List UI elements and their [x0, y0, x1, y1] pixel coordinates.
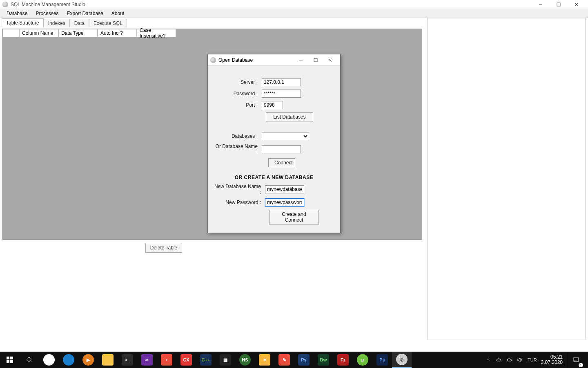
port-input[interactable]: [262, 101, 283, 109]
windows-logo-icon: [7, 357, 13, 363]
window-title: SQL Machine Management Studio: [11, 2, 85, 7]
taskbar-app-visual-studio-icon[interactable]: ∞: [137, 352, 157, 368]
chrome-icon: [43, 354, 55, 366]
taskbar-app-media-player-icon[interactable]: ▶: [78, 352, 98, 368]
col-header-case-insensitive[interactable]: Case Insensitive?: [137, 29, 176, 37]
app-tiles-icon: ▦: [220, 354, 231, 366]
minimize-icon: [539, 2, 543, 7]
server-label: Server :: [213, 79, 262, 85]
dialog-title: Open Database: [218, 57, 253, 63]
new-password-label: New Password :: [213, 200, 265, 205]
dialog-maximize-button[interactable]: [308, 54, 323, 66]
dialog-close-button[interactable]: [323, 54, 338, 66]
col-header-rownum[interactable]: [3, 29, 19, 37]
tab-execute-sql[interactable]: Execute SQL: [89, 19, 127, 27]
start-button[interactable]: [0, 352, 20, 368]
taskbar-app-explorer-icon[interactable]: [98, 352, 118, 368]
tray-cloud-icon[interactable]: [506, 357, 513, 363]
visual-studio-icon: ∞: [141, 354, 153, 366]
delete-table-button[interactable]: Delete Table: [145, 243, 182, 253]
cmd-icon: >_: [122, 354, 133, 366]
menu-processes[interactable]: Processes: [31, 9, 62, 18]
tray-chevron-up-icon[interactable]: [485, 357, 492, 363]
maximize-button[interactable]: [550, 0, 568, 9]
port-label: Port :: [213, 102, 262, 108]
taskbar-app-chrome-icon[interactable]: [39, 352, 59, 368]
minimize-button[interactable]: [532, 0, 550, 9]
search-icon: [26, 357, 33, 363]
edge-icon: [63, 354, 74, 366]
menu-database[interactable]: Database: [2, 9, 31, 18]
app-cpp-icon: C++: [200, 354, 212, 366]
explorer-icon: [102, 354, 114, 366]
svg-point-8: [27, 357, 31, 361]
app-red1-icon: •: [161, 354, 172, 366]
taskbar-app-app-red-note-icon[interactable]: ✎: [274, 352, 294, 368]
taskbar-app-photoshop2-icon[interactable]: Ps: [372, 352, 392, 368]
svg-rect-5: [314, 58, 317, 62]
table-grid-headers: Column Name Data Type Auto Incr? Case In…: [3, 29, 176, 37]
tray-onedrive-icon[interactable]: [496, 357, 502, 363]
tray-clock[interactable]: 05:21 3.07.2020: [541, 355, 563, 365]
taskbar-app-utorrent-icon[interactable]: µ: [353, 352, 372, 368]
col-header-data-type[interactable]: Data Type: [58, 29, 98, 37]
maximize-icon: [557, 2, 561, 7]
photoshop-icon: Ps: [298, 354, 310, 366]
create-and-connect-button[interactable]: Create and Connect: [269, 210, 319, 224]
taskbar-app-filezilla-icon[interactable]: Fz: [333, 352, 353, 368]
system-tray: TUR 05:21 3.07.2020 1: [482, 352, 588, 368]
tray-date: 3.07.2020: [541, 360, 563, 365]
taskbar-app-app-hs-icon[interactable]: HS: [235, 352, 255, 368]
taskbar-app-app-cpp-icon[interactable]: C++: [196, 352, 216, 368]
notifications-button[interactable]: 1: [567, 352, 585, 368]
app-cx-icon: CX: [180, 354, 192, 366]
media-player-icon: ▶: [82, 354, 94, 366]
svg-marker-10: [518, 358, 520, 362]
tab-table-structure[interactable]: Table Structure: [2, 18, 44, 27]
close-button[interactable]: [568, 0, 586, 9]
password-label: Password :: [213, 91, 262, 96]
tab-indexes[interactable]: Indexes: [44, 19, 70, 27]
taskbar-app-app-red1-icon[interactable]: •: [157, 352, 176, 368]
new-password-input[interactable]: [265, 198, 304, 206]
taskbar-app-cmd-icon[interactable]: >_: [118, 352, 137, 368]
close-icon: [575, 2, 579, 7]
col-header-column-name[interactable]: Column Name: [19, 29, 58, 37]
new-db-name-label: New Database Name :: [213, 184, 265, 195]
or-db-name-input[interactable]: [262, 145, 301, 153]
password-input[interactable]: [262, 90, 301, 98]
notifications-badge: 1: [579, 363, 583, 367]
taskbar: ▶>_∞•CXC++▦HS✶✎PsDwFzµPs◎ TUR 05:21 3.07…: [0, 352, 588, 368]
dialog-minimize-button[interactable]: [294, 54, 308, 66]
col-header-auto-incr[interactable]: Auto Incr?: [98, 29, 137, 37]
tab-data[interactable]: Data: [70, 19, 89, 27]
svg-line-9: [31, 361, 32, 363]
taskbar-app-app-yellow1-icon[interactable]: ✶: [255, 352, 274, 368]
taskbar-app-dreamweaver-icon[interactable]: Dw: [314, 352, 333, 368]
app-red-note-icon: ✎: [278, 354, 290, 366]
close-icon: [328, 58, 332, 62]
taskbar-app-app-cx-icon[interactable]: CX: [176, 352, 196, 368]
server-input[interactable]: [262, 78, 301, 86]
databases-label: Databases :: [213, 133, 262, 139]
list-databases-button[interactable]: List Databases: [266, 112, 313, 121]
menu-export-database[interactable]: Export Database: [62, 9, 107, 18]
new-db-name-input[interactable]: [265, 185, 304, 193]
menu-bar: Database Processes Export Database About: [0, 9, 588, 18]
tray-language[interactable]: TUR: [528, 357, 537, 362]
taskbar-search-button[interactable]: [20, 352, 39, 368]
filezilla-icon: Fz: [337, 354, 349, 366]
dialog-title-bar: Open Database: [208, 54, 340, 66]
taskbar-app-app-tiles-icon[interactable]: ▦: [216, 352, 235, 368]
tray-volume-icon[interactable]: [517, 357, 523, 363]
taskbar-app-sqlmachine-icon[interactable]: ◎: [392, 352, 412, 368]
or-db-name-label: Or Database Name :: [213, 144, 262, 155]
menu-about[interactable]: About: [107, 9, 128, 18]
taskbar-app-edge-icon[interactable]: [59, 352, 78, 368]
databases-select[interactable]: [262, 132, 309, 140]
taskbar-app-photoshop-icon[interactable]: Ps: [294, 352, 314, 368]
app-yellow1-icon: ✶: [259, 354, 270, 366]
photoshop2-icon: Ps: [376, 354, 388, 366]
open-database-dialog: Open Database Server : Password : Port :…: [207, 54, 341, 233]
connect-button[interactable]: Connect: [268, 158, 295, 167]
